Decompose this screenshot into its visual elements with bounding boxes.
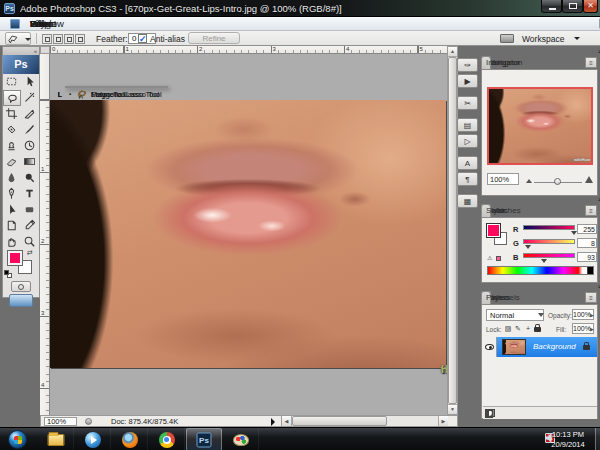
taskbar-chrome-button[interactable] [149,428,185,450]
tool-magic-wand[interactable] [21,90,39,106]
layer-name[interactable]: Background [533,342,576,351]
selection-mode-intersect[interactable] [75,34,85,44]
vertical-scroll-thumb[interactable] [448,57,457,404]
start-button[interactable] [8,430,27,449]
photo-canvas[interactable]: wikiHow [50,100,446,368]
taskbar-firefox-button[interactable] [112,428,148,450]
selection-mode-new[interactable] [42,34,52,44]
tool-blur[interactable] [3,170,21,186]
taskbar-media-player-button[interactable] [75,428,111,450]
default-colors-icon[interactable] [4,270,13,279]
tool-pen[interactable] [3,186,21,202]
zoom-out-icon[interactable] [526,179,532,183]
channel-slider-r[interactable] [523,225,575,230]
refine-edge-button[interactable]: Refine Edge... [188,32,240,44]
lock-all-icon[interactable] [534,324,542,333]
lock-transparency-icon[interactable]: ▨ [504,324,512,333]
paragraph-icon[interactable]: ¶ [457,172,478,186]
tool-notes[interactable] [3,218,21,234]
channel-value-g[interactable]: 8 [577,238,597,248]
delete-layer-icon[interactable] [485,409,493,418]
layer-visibility-cell[interactable] [483,337,497,357]
tool-move[interactable] [21,74,39,90]
title-bar[interactable]: Ps Adobe Photoshop CS3 - [670px-Get-Grea… [0,0,600,17]
scroll-down-icon[interactable]: ▼ [448,404,457,414]
channel-value-r[interactable]: 255 [577,224,597,234]
navigator-zoom-slider-thumb[interactable] [554,178,561,185]
maximize-button[interactable] [562,0,583,13]
scroll-left-icon[interactable]: ◀ [282,416,292,426]
tool-dodge[interactable] [21,170,39,186]
screen-mode-button[interactable] [9,294,33,307]
taskbar-clock[interactable]: 10:13 PM 20/9/2014 [544,430,592,450]
animation-icon[interactable]: ▷ [457,134,478,148]
scroll-up-icon[interactable]: ▲ [448,47,457,57]
layer-comps-icon[interactable]: ▤ [457,118,478,132]
taskbar-paint-button[interactable] [223,428,259,450]
slider-thumb-icon[interactable] [525,245,531,249]
brushes-icon[interactable]: ✑ [457,58,478,72]
blend-mode-select[interactable]: Normal [486,309,544,321]
channel-value-b[interactable]: 93 [577,252,597,262]
tool-healing-brush[interactable] [3,122,21,138]
channel-slider-b[interactable] [523,253,575,258]
tool-type[interactable] [21,186,39,202]
panel-menu-icon[interactable]: ≡ [585,57,597,68]
tool-eyedropper[interactable] [21,218,39,234]
tool-clone-stamp[interactable] [3,138,21,154]
workspace-button[interactable]: Workspace [522,34,564,44]
close-button[interactable]: ✕ [583,0,598,13]
opacity-spinner-icon[interactable]: ▶ [590,312,594,318]
bridge-icon[interactable] [500,34,514,43]
info-icon[interactable]: ▦ [457,194,478,208]
zoom-in-icon[interactable] [585,176,593,183]
tool-hand[interactable] [3,234,21,250]
tool-zoom[interactable] [21,234,39,250]
status-flyout-arrow-icon[interactable] [271,418,279,426]
tool-crop[interactable] [3,106,21,122]
slider-thumb-icon[interactable] [541,259,547,263]
collapse-palette-button[interactable]: « [3,47,39,55]
horizontal-scroll-thumb[interactable] [292,416,387,426]
layer-thumbnail[interactable] [502,339,526,355]
clone-source-icon[interactable]: ✂ [457,96,478,110]
tab-paths[interactable]: Paths [481,291,491,304]
horizontal-scrollbar[interactable]: ◀ ▶ [281,416,448,426]
tool-lasso[interactable] [3,90,21,106]
tool-slice[interactable] [21,106,39,122]
tool-history-brush[interactable] [21,138,39,154]
show-desktop-button[interactable] [595,428,600,450]
channel-slider-g[interactable] [523,239,575,244]
zoom-level-field[interactable]: 100% [44,417,77,426]
foreground-color-swatch[interactable] [487,224,500,237]
tool-rectangular-marquee[interactable] [3,74,21,90]
tool-eraser[interactable] [3,154,21,170]
document-icon[interactable] [10,19,20,29]
tool-presets-icon[interactable]: ▶ [457,74,478,88]
navigator-zoom-field[interactable]: 100% [487,173,519,185]
fill-spinner-icon[interactable]: ▶ [590,326,594,332]
tool-shape[interactable] [21,202,39,218]
menu-help[interactable]: Help [24,17,56,31]
lock-move-icon[interactable]: + [524,324,532,333]
panel-menu-icon[interactable]: ≡ [585,292,597,303]
anti-alias-checkbox[interactable]: ✓ [138,34,147,43]
panel-menu-icon[interactable]: ≡ [585,205,597,216]
navigator-preview[interactable]: wikiHow [487,87,593,165]
tool-preset-picker[interactable] [5,32,31,45]
tab-info[interactable]: Info [481,56,491,69]
slider-thumb-icon[interactable] [571,231,577,235]
lock-paint-icon[interactable]: ✎ [514,324,522,333]
foreground-color-swatch[interactable] [8,251,22,265]
layer-row-background[interactable]: Background [483,337,597,357]
tab-styles[interactable]: Styles [481,204,491,217]
tool-path-selection[interactable] [3,202,21,218]
character-icon[interactable]: A [457,156,478,170]
quick-mask-button[interactable] [11,281,31,292]
taskbar-photoshop-button[interactable]: Ps [186,428,222,450]
tool-brush[interactable] [21,122,39,138]
gamut-warning-icon[interactable]: ⚠ [487,254,492,261]
selection-mode-subtract[interactable] [64,34,74,44]
selection-mode-add[interactable] [53,34,63,44]
color-spectrum-ramp[interactable] [487,266,594,275]
